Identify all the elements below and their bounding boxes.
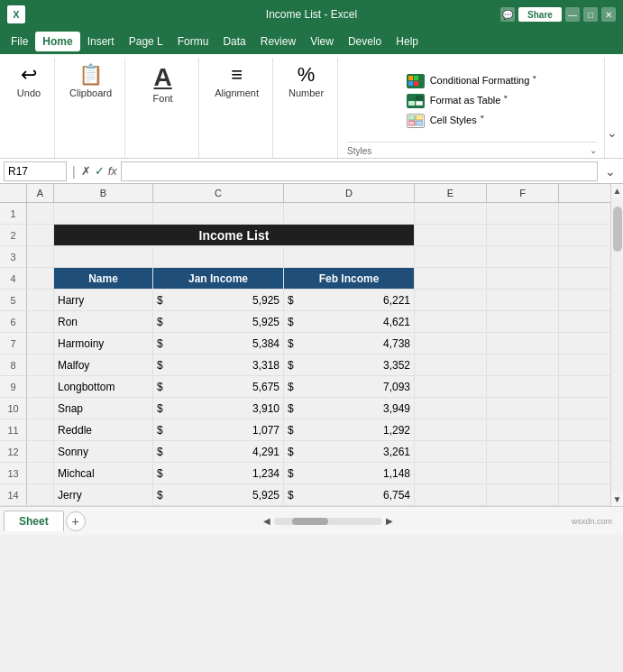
cell-jan-14[interactable]: $5,925 [153, 484, 284, 505]
cell-f12[interactable] [487, 441, 559, 462]
cell-f7[interactable] [487, 333, 559, 354]
cell-e9[interactable] [415, 376, 487, 397]
col-header-c[interactable]: C [153, 184, 284, 202]
cell-b1[interactable] [54, 203, 153, 224]
cell-f11[interactable] [487, 419, 559, 440]
cell-ref-input[interactable] [4, 161, 67, 181]
menu-formulas[interactable]: Formu [170, 32, 216, 51]
title-cell[interactable]: Income List [54, 225, 415, 245]
cell-name-6[interactable]: Ron [54, 311, 153, 332]
formula-input[interactable] [121, 161, 598, 181]
confirm-icon[interactable]: ✓ [95, 164, 105, 178]
cell-a3[interactable] [27, 246, 54, 267]
format-as-table-button[interactable]: Format as Table ˅ [401, 92, 544, 110]
scroll-up-button[interactable]: ▲ [611, 184, 623, 198]
cell-jan-13[interactable]: $1,234 [153, 463, 284, 483]
scroll-down-button[interactable]: ▼ [611, 492, 623, 506]
cell-d3[interactable] [284, 246, 415, 267]
cell-f2[interactable] [487, 225, 559, 245]
cell-a8[interactable] [27, 354, 54, 375]
cell-name-9[interactable]: Longbottom [54, 376, 153, 397]
cell-jan-9[interactable]: $5,675 [153, 376, 284, 397]
cell-jan-12[interactable]: $4,291 [153, 441, 284, 462]
cell-e10[interactable] [415, 398, 487, 419]
cell-e6[interactable] [415, 311, 487, 332]
menu-review[interactable]: Review [253, 32, 303, 51]
scroll-track-h[interactable] [274, 518, 382, 525]
cell-f4[interactable] [487, 268, 559, 289]
cell-a12[interactable] [27, 441, 54, 462]
cell-name-14[interactable]: Jerry [54, 484, 153, 505]
cell-e14[interactable] [415, 484, 487, 505]
cell-f3[interactable] [487, 246, 559, 267]
cell-feb-12[interactable]: $3,261 [284, 441, 415, 462]
menu-page-layout[interactable]: Page L [122, 32, 170, 51]
col-header-f[interactable]: F [487, 184, 559, 202]
cell-e7[interactable] [415, 333, 487, 354]
cell-jan-8[interactable]: $3,318 [153, 354, 284, 375]
menu-file[interactable]: File [4, 32, 35, 51]
cell-f10[interactable] [487, 398, 559, 419]
cell-styles-button[interactable]: Cell Styles ˅ [401, 112, 544, 130]
cell-feb-6[interactable]: $4,621 [284, 311, 415, 332]
col-header-e[interactable]: E [415, 184, 487, 202]
cell-name-13[interactable]: Michcal [54, 463, 153, 483]
cell-a10[interactable] [27, 398, 54, 419]
header-jan[interactable]: Jan Income [153, 268, 284, 289]
cell-name-5[interactable]: Harry [54, 290, 153, 310]
cell-f1[interactable] [487, 203, 559, 224]
cell-a6[interactable] [27, 311, 54, 332]
font-button[interactable]: A Font [145, 61, 181, 107]
ribbon-collapse-button[interactable]: ⌄ [607, 58, 619, 158]
scroll-track[interactable] [611, 198, 623, 492]
cell-feb-10[interactable]: $3,949 [284, 398, 415, 419]
col-header-d[interactable]: D [284, 184, 415, 202]
add-sheet-button[interactable]: + [66, 511, 86, 531]
cell-f14[interactable] [487, 484, 559, 505]
cell-name-11[interactable]: Reddle [54, 419, 153, 440]
close-button[interactable]: ✕ [601, 7, 616, 22]
cell-name-7[interactable]: Harmoiny [54, 333, 153, 354]
cell-f5[interactable] [487, 290, 559, 310]
cell-a2[interactable] [27, 225, 54, 245]
cell-f6[interactable] [487, 311, 559, 332]
cell-a13[interactable] [27, 463, 54, 483]
cell-jan-10[interactable]: $3,910 [153, 398, 284, 419]
conditional-formatting-button[interactable]: Conditional Formatting ˅ [401, 72, 544, 90]
cancel-icon[interactable]: ✗ [81, 164, 91, 178]
cell-e2[interactable] [415, 225, 487, 245]
cell-feb-14[interactable]: $6,754 [284, 484, 415, 505]
cell-e8[interactable] [415, 354, 487, 375]
comments-icon[interactable]: 💬 [500, 7, 515, 22]
col-header-b[interactable]: B [54, 184, 153, 202]
cell-jan-6[interactable]: $5,925 [153, 311, 284, 332]
menu-view[interactable]: View [303, 32, 341, 51]
cell-e11[interactable] [415, 419, 487, 440]
col-header-a[interactable]: A [27, 184, 54, 202]
header-feb[interactable]: Feb Income [284, 268, 415, 289]
cell-name-12[interactable]: Sonny [54, 441, 153, 462]
cell-e12[interactable] [415, 441, 487, 462]
styles-expand-icon[interactable]: ⌄ [590, 145, 597, 155]
header-name[interactable]: Name [54, 268, 153, 289]
cell-e4[interactable] [415, 268, 487, 289]
cell-a11[interactable] [27, 419, 54, 440]
cell-a1[interactable] [27, 203, 54, 224]
cell-f8[interactable] [487, 354, 559, 375]
menu-home[interactable]: Home [35, 32, 79, 51]
menu-help[interactable]: Help [389, 32, 426, 51]
alignment-button[interactable]: ≡ Alignment [209, 61, 264, 102]
cell-e1[interactable] [415, 203, 487, 224]
cell-d1[interactable] [284, 203, 415, 224]
cell-a7[interactable] [27, 333, 54, 354]
cell-a4[interactable] [27, 268, 54, 289]
cell-name-8[interactable]: Malfoy [54, 354, 153, 375]
menu-developer[interactable]: Develo [341, 32, 389, 51]
maximize-button[interactable]: □ [583, 7, 598, 22]
scroll-left-button[interactable]: ◀ [263, 516, 270, 526]
cell-a5[interactable] [27, 290, 54, 310]
number-button[interactable]: % Number [283, 61, 329, 102]
clipboard-button[interactable]: 📋 Clipboard [64, 61, 117, 102]
cell-a14[interactable] [27, 484, 54, 505]
cell-f13[interactable] [487, 463, 559, 483]
